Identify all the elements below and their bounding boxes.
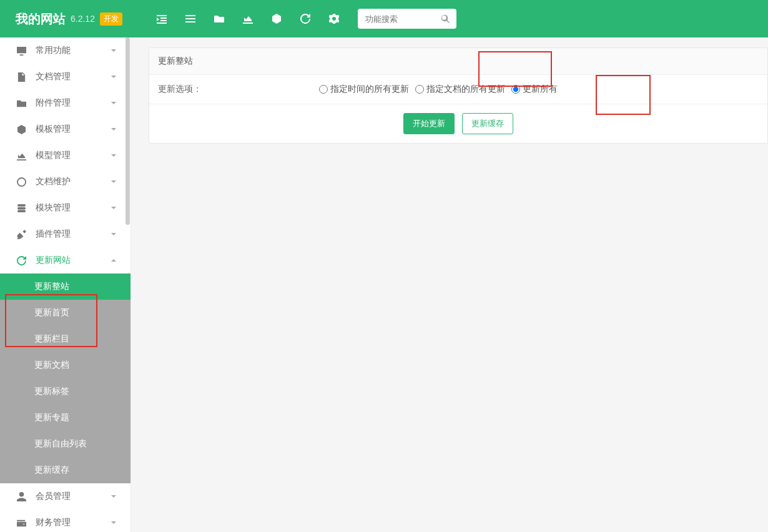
panel-actions: 开始更新 更新缓存 xyxy=(149,104,767,143)
sidebar-item-7[interactable]: 插件管理 xyxy=(0,221,130,247)
user-icon xyxy=(16,492,27,501)
panel-body: 更新选项： 指定时间的所有更新指定文档的所有更新更新所有 xyxy=(149,75,767,104)
radio-option-1[interactable]: 指定文档的所有更新 xyxy=(415,84,505,95)
chevron-down-icon xyxy=(111,203,118,213)
cube-icon xyxy=(16,125,27,134)
sidebar-item-label: 更新网站 xyxy=(36,255,111,266)
wallet-icon xyxy=(16,518,27,528)
sidebar-item-label: 文档管理 xyxy=(36,71,111,82)
sidebar-item-0[interactable]: 常用功能 xyxy=(0,37,130,64)
cube-icon[interactable] xyxy=(272,14,282,24)
list-icon[interactable] xyxy=(185,14,195,24)
radio-label: 指定时间的所有更新 xyxy=(330,84,409,95)
plug-icon xyxy=(16,230,27,239)
submenu-item-4[interactable]: 更新标签 xyxy=(0,378,130,405)
indent-icon[interactable] xyxy=(157,14,167,24)
submenu-item-6[interactable]: 更新自由列表 xyxy=(0,431,130,457)
site-name: 我的网站 xyxy=(16,11,66,27)
update-cache-button[interactable]: 更新缓存 xyxy=(462,113,513,134)
chevron-down-icon xyxy=(111,177,118,187)
folder-icon xyxy=(16,99,27,108)
content-area: 更新整站 更新选项： 指定时间的所有更新指定文档的所有更新更新所有 开始更新 更… xyxy=(131,37,768,532)
sidebar-item-label: 文档维护 xyxy=(36,176,111,187)
sidebar-item-1[interactable]: 文档管理 xyxy=(0,64,130,90)
submenu-item-5[interactable]: 更新专题 xyxy=(0,405,130,431)
header-bar: 我的网站 6.2.12 开发 xyxy=(0,0,768,37)
chart-icon xyxy=(16,151,27,160)
submenu-item-0[interactable]: 更新整站 xyxy=(0,273,130,300)
version-label: 6.2.12 xyxy=(71,14,95,24)
sidebar: 常用功能文档管理附件管理模板管理模型管理文档维护模块管理插件管理更新网站更新整站… xyxy=(0,37,131,532)
radio-input-1[interactable] xyxy=(415,85,424,94)
sidebar-item-10[interactable]: 财务管理 xyxy=(0,510,130,532)
stack-icon xyxy=(16,204,27,213)
sidebar-item-5[interactable]: 文档维护 xyxy=(0,169,130,195)
sidebar-item-label: 插件管理 xyxy=(36,229,111,240)
sidebar-item-label: 会员管理 xyxy=(36,491,111,502)
chevron-down-icon xyxy=(111,150,118,160)
start-update-button[interactable]: 开始更新 xyxy=(403,113,455,134)
chevron-down-icon xyxy=(111,229,118,239)
circle-icon xyxy=(16,177,27,187)
panel-title: 更新整站 xyxy=(149,48,767,75)
radio-label: 指定文档的所有更新 xyxy=(426,84,505,95)
chevron-down-icon xyxy=(111,255,118,265)
gear-icon[interactable] xyxy=(329,14,339,24)
submenu-item-3[interactable]: 更新文档 xyxy=(0,352,130,378)
refresh-icon xyxy=(16,256,27,265)
folder-icon[interactable] xyxy=(214,14,224,24)
radio-option-0[interactable]: 指定时间的所有更新 xyxy=(319,84,409,95)
chevron-down-icon xyxy=(111,491,118,501)
monitor-icon xyxy=(16,46,27,56)
file-icon xyxy=(16,72,27,82)
sidebar-item-label: 模块管理 xyxy=(36,202,111,214)
sidebar-item-label: 附件管理 xyxy=(36,97,111,109)
submenu-item-2[interactable]: 更新栏目 xyxy=(0,326,130,352)
scrollbar-thumb[interactable] xyxy=(126,37,130,225)
sidebar-item-4[interactable]: 模型管理 xyxy=(0,142,130,169)
panel-update-site: 更新整站 更新选项： 指定时间的所有更新指定文档的所有更新更新所有 开始更新 更… xyxy=(149,47,768,144)
radio-input-0[interactable] xyxy=(319,85,328,94)
submenu-item-7[interactable]: 更新缓存 xyxy=(0,457,130,483)
dev-badge: 开发 xyxy=(100,12,122,26)
chevron-down-icon xyxy=(111,46,118,56)
chart-icon[interactable] xyxy=(243,14,253,24)
chevron-down-icon xyxy=(111,124,118,134)
chevron-down-icon xyxy=(111,518,118,528)
sidebar-item-9[interactable]: 会员管理 xyxy=(0,483,130,510)
sidebar-item-label: 财务管理 xyxy=(36,517,111,528)
radio-group: 指定时间的所有更新指定文档的所有更新更新所有 xyxy=(319,84,561,95)
chevron-down-icon xyxy=(111,98,118,108)
sidebar-item-3[interactable]: 模板管理 xyxy=(0,116,130,142)
sidebar-item-8[interactable]: 更新网站 xyxy=(0,247,130,273)
sidebar-item-6[interactable]: 模块管理 xyxy=(0,195,130,221)
search-box xyxy=(358,9,456,29)
search-button[interactable] xyxy=(435,9,456,29)
radio-label: 更新所有 xyxy=(523,84,558,95)
sidebar-item-label: 模型管理 xyxy=(36,150,111,161)
chevron-down-icon xyxy=(111,72,118,82)
refresh-icon[interactable] xyxy=(300,14,310,24)
sidebar-item-label: 模板管理 xyxy=(36,124,111,135)
sidebar-item-label: 常用功能 xyxy=(36,45,111,56)
radio-input-2[interactable] xyxy=(511,85,520,94)
radio-option-2[interactable]: 更新所有 xyxy=(511,84,558,95)
sidebar-item-2[interactable]: 附件管理 xyxy=(0,90,130,116)
header-toolbar xyxy=(157,14,339,24)
submenu-item-1[interactable]: 更新首页 xyxy=(0,300,130,326)
option-label: 更新选项： xyxy=(158,84,319,95)
